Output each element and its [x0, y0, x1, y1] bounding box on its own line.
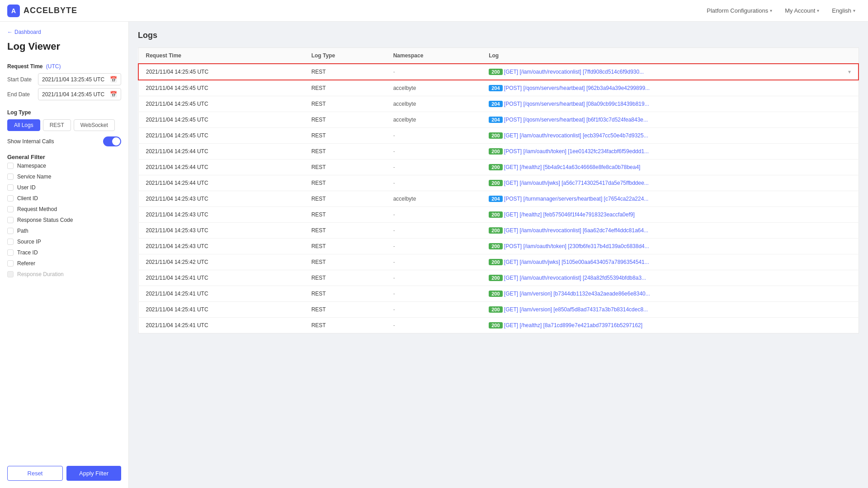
cell-log-type: REST: [304, 64, 386, 80]
cell-request-time: 2021/11/04 14:25:45 UTC: [138, 64, 304, 80]
filter-service-name-checkbox[interactable]: [7, 174, 14, 180]
status-badge: 200: [489, 291, 502, 297]
table-row[interactable]: 2021/11/04 14:25:42 UTC REST - 200 [GET]…: [138, 254, 859, 270]
table-row[interactable]: 2021/11/04 14:25:41 UTC REST - 200 [GET]…: [138, 318, 859, 333]
filter-referer: Referer: [7, 258, 121, 269]
cell-namespace: -: [386, 223, 482, 239]
language-button[interactable]: English ▾: [826, 5, 861, 17]
page-title: Log Viewer: [7, 41, 121, 52]
col-log-type: Log Type: [304, 48, 386, 64]
reset-button[interactable]: Reset: [7, 466, 63, 481]
table-row[interactable]: 2021/11/04 14:25:41 UTC REST - 200 [GET]…: [138, 302, 859, 318]
filter-client-id-checkbox[interactable]: [7, 195, 14, 202]
cell-log-type: REST: [304, 160, 386, 175]
table-row[interactable]: 2021/11/04 14:25:43 UTC REST - 200 [POST…: [138, 239, 859, 254]
table-row[interactable]: 2021/11/04 14:25:41 UTC REST - 200 [GET]…: [138, 286, 859, 302]
my-account-button[interactable]: My Account ▾: [779, 5, 825, 17]
cell-log-type: REST: [304, 286, 386, 302]
cell-request-time: 2021/11/04 14:25:41 UTC: [138, 302, 304, 318]
log-content: [GET] [/iam/version] [e850af5d8ad74317a3…: [504, 306, 648, 313]
breadcrumb[interactable]: ← Dashboard: [7, 29, 121, 35]
filter-source-ip-checkbox[interactable]: [7, 239, 14, 245]
status-badge: 204: [489, 196, 502, 202]
platform-config-button[interactable]: Platform Configurations ▾: [701, 5, 778, 17]
table-row[interactable]: 2021/11/04 14:25:45 UTC REST - 200 [GET]…: [138, 64, 859, 80]
cell-log: 200 [GET] [/healthz] [feb575046f1f44e791…: [481, 207, 859, 223]
sidebar: ← Dashboard Log Viewer Request Time (UTC…: [0, 22, 129, 488]
end-date-input[interactable]: 2021/11/04 14:25:45 UTC 📅: [38, 88, 121, 100]
cell-namespace: -: [386, 144, 482, 160]
filter-trace-id-checkbox[interactable]: [7, 249, 14, 256]
filter-service-name: Service Name: [7, 171, 121, 182]
cell-log: 204 [POST] [/qosm/servers/heartbeat] [08…: [481, 96, 859, 112]
cell-log: 204 [POST] [/qosm/servers/heartbeat] [96…: [481, 80, 859, 96]
log-type-all-button[interactable]: All Logs: [7, 119, 40, 131]
log-content: [GET] [/iam/oauth/revocationlist] [7ffd9…: [504, 69, 644, 75]
cell-log-type: REST: [304, 254, 386, 270]
cell-log-type: REST: [304, 96, 386, 112]
log-content: [POST] [/turnmanager/servers/heartbeat] …: [504, 196, 649, 202]
table-body: 2021/11/04 14:25:45 UTC REST - 200 [GET]…: [138, 64, 859, 333]
show-internal-section: Show Internal Calls: [7, 136, 121, 146]
cell-log-type: REST: [304, 144, 386, 160]
table-row[interactable]: 2021/11/04 14:25:45 UTC REST accelbyte 2…: [138, 112, 859, 128]
table-row[interactable]: 2021/11/04 14:25:43 UTC REST - 200 [GET]…: [138, 223, 859, 239]
table-row[interactable]: 2021/11/04 14:25:45 UTC REST accelbyte 2…: [138, 80, 859, 96]
start-date-row: Start Date 2021/11/04 13:25:45 UTC 📅: [7, 73, 121, 85]
filter-user-id-checkbox[interactable]: [7, 184, 14, 191]
filter-response-status-checkbox[interactable]: [7, 217, 14, 223]
cell-log-type: REST: [304, 80, 386, 96]
apply-filter-button[interactable]: Apply Filter: [66, 466, 121, 481]
table-row[interactable]: 2021/11/04 14:25:45 UTC REST accelbyte 2…: [138, 96, 859, 112]
log-type-buttons: All Logs REST WebSocket: [7, 119, 121, 131]
filter-path-checkbox[interactable]: [7, 228, 14, 234]
table-row[interactable]: 2021/11/04 14:25:44 UTC REST - 200 [GET]…: [138, 160, 859, 175]
show-internal-toggle[interactable]: [103, 136, 121, 146]
logs-title: Logs: [138, 31, 859, 40]
log-content: [GET] [/iam/oauth/revocationlist] [ecb39…: [504, 132, 648, 139]
table-row[interactable]: 2021/11/04 14:25:41 UTC REST - 200 [GET]…: [138, 270, 859, 286]
start-date-calendar-icon: 📅: [110, 76, 117, 83]
filter-response-duration-checkbox: [7, 271, 14, 277]
cell-request-time: 2021/11/04 14:25:43 UTC: [138, 191, 304, 207]
table-row[interactable]: 2021/11/04 14:25:45 UTC REST - 200 [GET]…: [138, 128, 859, 144]
filter-referer-checkbox[interactable]: [7, 260, 14, 267]
cell-request-time: 2021/11/04 14:25:45 UTC: [138, 96, 304, 112]
status-badge: 200: [489, 132, 502, 139]
log-content: [GET] [/iam/oauth/jwks] [5105e00aa643405…: [504, 259, 649, 265]
filter-namespace-checkbox[interactable]: [7, 163, 14, 169]
status-badge: 200: [489, 148, 502, 155]
cell-namespace: -: [386, 286, 482, 302]
cell-request-time: 2021/11/04 14:25:44 UTC: [138, 160, 304, 175]
cell-namespace: accelbyte: [386, 96, 482, 112]
log-content: [POST] [/qosm/servers/heartbeat] [b6f1f0…: [504, 117, 648, 123]
table-row[interactable]: 2021/11/04 14:25:44 UTC REST - 200 [GET]…: [138, 175, 859, 191]
table-row[interactable]: 2021/11/04 14:25:43 UTC REST - 200 [GET]…: [138, 207, 859, 223]
cell-request-time: 2021/11/04 14:25:41 UTC: [138, 270, 304, 286]
status-badge: 200: [489, 180, 502, 186]
cell-request-time: 2021/11/04 14:25:41 UTC: [138, 286, 304, 302]
cell-request-time: 2021/11/04 14:25:41 UTC: [138, 318, 304, 333]
status-badge: 200: [489, 259, 502, 265]
log-content: [POST] [/iam/oauth/token] [1ee01432fc234…: [504, 148, 649, 155]
filter-trace-id: Trace ID: [7, 247, 121, 258]
start-date-input[interactable]: 2021/11/04 13:25:45 UTC 📅: [38, 73, 121, 85]
my-account-chevron-icon: ▾: [817, 8, 819, 13]
cell-request-time: 2021/11/04 14:25:43 UTC: [138, 223, 304, 239]
language-chevron-icon: ▾: [853, 8, 855, 13]
filter-request-method-checkbox[interactable]: [7, 206, 14, 212]
log-type-websocket-button[interactable]: WebSocket: [74, 119, 115, 131]
log-type-rest-button[interactable]: REST: [43, 119, 71, 131]
cell-request-time: 2021/11/04 14:25:42 UTC: [138, 254, 304, 270]
cell-request-time: 2021/11/04 14:25:45 UTC: [138, 128, 304, 144]
cell-namespace: -: [386, 64, 482, 80]
cell-namespace: -: [386, 318, 482, 333]
table-row[interactable]: 2021/11/04 14:25:44 UTC REST - 200 [POST…: [138, 144, 859, 160]
status-badge: 200: [489, 227, 502, 234]
cell-log: 200 [GET] [/healthz] [5b4a9c14a63c46668e…: [481, 160, 859, 175]
cell-request-time: 2021/11/04 14:25:44 UTC: [138, 175, 304, 191]
log-content: [POST] [/iam/oauth/token] [230fb6fe317b4…: [504, 243, 649, 249]
cell-log-type: REST: [304, 302, 386, 318]
cell-log-type: REST: [304, 223, 386, 239]
table-row[interactable]: 2021/11/04 14:25:43 UTC REST accelbyte 2…: [138, 191, 859, 207]
